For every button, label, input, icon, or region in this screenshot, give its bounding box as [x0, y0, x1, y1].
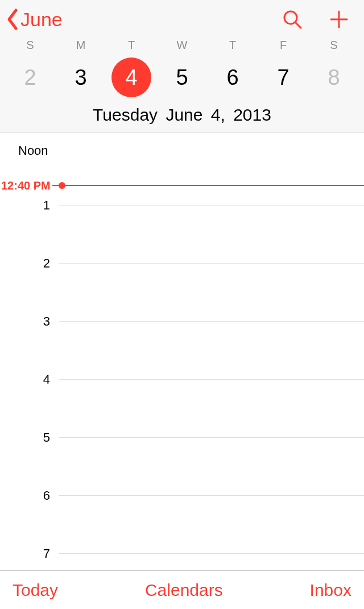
search-button[interactable] [278, 5, 307, 34]
dow-thu: T [213, 39, 253, 52]
date-row: 2 3 4 5 6 7 8 [0, 55, 364, 101]
add-button[interactable] [324, 5, 354, 34]
hour-row-4: 4 [0, 379, 364, 380]
current-time-label: 12:40 PM [0, 179, 51, 192]
plus-icon [329, 10, 349, 29]
hour-row-5: 5 [0, 437, 364, 438]
dow-sun: S [10, 39, 50, 52]
inbox-button[interactable]: Inbox [310, 581, 351, 600]
svg-line-1 [296, 23, 301, 28]
date-cell-4[interactable]: 6 [213, 57, 253, 97]
chevron-left-icon [6, 8, 19, 31]
date-cell-3[interactable]: 5 [162, 57, 202, 97]
hour-row-6: 6 [0, 495, 364, 496]
hour-row-1: 1 [0, 205, 364, 205]
back-label: June [20, 9, 63, 31]
noon-label: Noon [18, 143, 48, 158]
day-of-week-row: S M T W T F S [0, 39, 364, 55]
calendars-button[interactable]: Calendars [145, 581, 223, 600]
day-schedule[interactable]: Noon 1 2 3 4 5 6 7 12:40 PM [0, 133, 364, 570]
dow-tue: T [111, 39, 151, 52]
date-cell-5[interactable]: 7 [263, 57, 303, 97]
date-cell-6[interactable]: 8 [314, 57, 354, 97]
search-icon [282, 9, 303, 30]
hour-row-7: 7 [0, 553, 364, 554]
date-cell-0[interactable]: 2 [10, 57, 50, 97]
hour-row-2: 2 [0, 263, 364, 264]
dow-wed: W [162, 39, 202, 52]
today-button[interactable]: Today [13, 581, 58, 600]
bottom-toolbar: Today Calendars Inbox [0, 570, 364, 609]
hour-row-3: 3 [0, 321, 364, 322]
full-date-title: Tuesday June 4, 2013 [0, 101, 364, 133]
nav-bar: June [0, 0, 364, 39]
date-cell-1[interactable]: 3 [61, 57, 101, 97]
date-cell-2[interactable]: 4 [111, 57, 151, 97]
dow-fri: F [263, 39, 303, 52]
back-button[interactable]: June [6, 8, 63, 31]
calendar-header: June S M T W T F S 2 3 4 5 6 7 8 [0, 0, 364, 133]
svg-point-0 [284, 11, 297, 24]
dow-mon: M [61, 39, 101, 52]
dow-sat: S [314, 39, 354, 52]
